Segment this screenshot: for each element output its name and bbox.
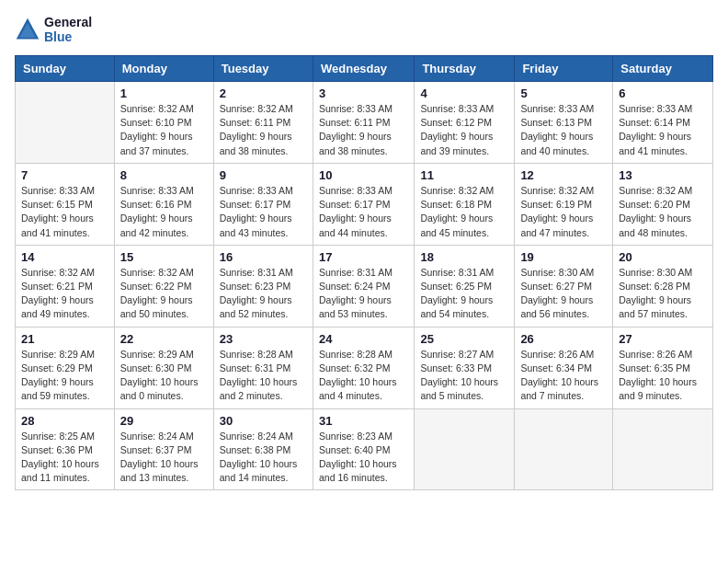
day-number: 15 [120,250,208,264]
day-info: Sunrise: 8:30 AM Sunset: 6:28 PM Dayligh… [619,266,707,322]
column-header-friday: Friday [515,56,613,82]
day-number: 4 [420,86,508,100]
calendar-cell: 10Sunrise: 8:33 AM Sunset: 6:17 PM Dayli… [313,163,414,245]
day-info: Sunrise: 8:25 AM Sunset: 6:36 PM Dayligh… [21,430,108,486]
day-info: Sunrise: 8:32 AM Sunset: 6:10 PM Dayligh… [120,102,208,158]
calendar-cell: 16Sunrise: 8:31 AM Sunset: 6:23 PM Dayli… [213,245,313,327]
column-header-sunday: Sunday [16,56,115,82]
day-info: Sunrise: 8:33 AM Sunset: 6:15 PM Dayligh… [21,184,108,240]
week-row-2: 7Sunrise: 8:33 AM Sunset: 6:15 PM Daylig… [16,163,713,245]
day-number: 18 [420,250,508,264]
day-info: Sunrise: 8:24 AM Sunset: 6:38 PM Dayligh… [220,430,307,486]
logo-text: General Blue [44,15,92,44]
calendar-table: SundayMondayTuesdayWednesdayThursdayFrid… [15,55,713,490]
calendar-cell: 31Sunrise: 8:23 AM Sunset: 6:40 PM Dayli… [313,408,414,490]
calendar-cell: 14Sunrise: 8:32 AM Sunset: 6:21 PM Dayli… [16,245,115,327]
calendar-cell: 20Sunrise: 8:30 AM Sunset: 6:28 PM Dayli… [613,245,713,327]
day-number: 29 [120,414,208,428]
day-info: Sunrise: 8:29 AM Sunset: 6:30 PM Dayligh… [120,348,208,404]
calendar-cell: 15Sunrise: 8:32 AM Sunset: 6:22 PM Dayli… [114,245,213,327]
day-number: 16 [220,250,307,264]
day-info: Sunrise: 8:26 AM Sunset: 6:35 PM Dayligh… [619,348,707,404]
day-number: 17 [319,250,408,264]
day-number: 13 [619,168,707,182]
calendar-cell: 4Sunrise: 8:33 AM Sunset: 6:12 PM Daylig… [415,82,515,164]
day-info: Sunrise: 8:33 AM Sunset: 6:13 PM Dayligh… [520,102,607,158]
page-header: General Blue [15,15,713,44]
calendar-cell: 7Sunrise: 8:33 AM Sunset: 6:15 PM Daylig… [16,163,115,245]
day-info: Sunrise: 8:32 AM Sunset: 6:22 PM Dayligh… [120,266,208,322]
column-header-tuesday: Tuesday [213,56,313,82]
calendar-cell: 23Sunrise: 8:28 AM Sunset: 6:31 PM Dayli… [213,327,313,408]
calendar-cell: 22Sunrise: 8:29 AM Sunset: 6:30 PM Dayli… [114,327,213,408]
day-info: Sunrise: 8:28 AM Sunset: 6:31 PM Dayligh… [220,348,307,404]
calendar-cell: 12Sunrise: 8:32 AM Sunset: 6:19 PM Dayli… [515,163,613,245]
day-info: Sunrise: 8:33 AM Sunset: 6:17 PM Dayligh… [319,184,408,240]
column-header-saturday: Saturday [613,56,713,82]
day-number: 12 [520,168,607,182]
column-header-thursday: Thursday [415,56,515,82]
calendar-cell: 29Sunrise: 8:24 AM Sunset: 6:37 PM Dayli… [114,408,213,490]
day-number: 26 [520,332,607,346]
calendar-cell: 13Sunrise: 8:32 AM Sunset: 6:20 PM Dayli… [613,163,713,245]
calendar-cell: 18Sunrise: 8:31 AM Sunset: 6:25 PM Dayli… [415,245,515,327]
calendar-cell: 5Sunrise: 8:33 AM Sunset: 6:13 PM Daylig… [515,82,613,164]
day-number: 21 [21,332,108,346]
day-info: Sunrise: 8:27 AM Sunset: 6:33 PM Dayligh… [420,348,508,404]
calendar-cell: 8Sunrise: 8:33 AM Sunset: 6:16 PM Daylig… [114,163,213,245]
day-info: Sunrise: 8:30 AM Sunset: 6:27 PM Dayligh… [520,266,607,322]
day-number: 27 [619,332,707,346]
day-number: 7 [21,168,108,182]
day-number: 28 [21,414,108,428]
day-number: 14 [21,250,108,264]
calendar-cell: 6Sunrise: 8:33 AM Sunset: 6:14 PM Daylig… [613,82,713,164]
day-info: Sunrise: 8:33 AM Sunset: 6:17 PM Dayligh… [220,184,307,240]
day-info: Sunrise: 8:24 AM Sunset: 6:37 PM Dayligh… [120,430,208,486]
day-number: 5 [520,86,607,100]
day-number: 25 [420,332,508,346]
calendar-cell: 28Sunrise: 8:25 AM Sunset: 6:36 PM Dayli… [16,408,115,490]
day-info: Sunrise: 8:32 AM Sunset: 6:18 PM Dayligh… [420,184,508,240]
week-row-1: 1Sunrise: 8:32 AM Sunset: 6:10 PM Daylig… [16,82,713,164]
calendar-cell [415,408,515,490]
day-info: Sunrise: 8:32 AM Sunset: 6:19 PM Dayligh… [520,184,607,240]
day-number: 10 [319,168,408,182]
day-info: Sunrise: 8:29 AM Sunset: 6:29 PM Dayligh… [21,348,108,404]
day-number: 8 [120,168,208,182]
calendar-cell: 1Sunrise: 8:32 AM Sunset: 6:10 PM Daylig… [114,82,213,164]
day-info: Sunrise: 8:28 AM Sunset: 6:32 PM Dayligh… [319,348,408,404]
day-info: Sunrise: 8:32 AM Sunset: 6:21 PM Dayligh… [21,266,108,322]
day-info: Sunrise: 8:32 AM Sunset: 6:11 PM Dayligh… [220,102,307,158]
day-number: 22 [120,332,208,346]
logo-icon [15,17,40,42]
day-number: 31 [319,414,408,428]
calendar-cell: 2Sunrise: 8:32 AM Sunset: 6:11 PM Daylig… [213,82,313,164]
calendar-cell: 25Sunrise: 8:27 AM Sunset: 6:33 PM Dayli… [415,327,515,408]
calendar-cell: 11Sunrise: 8:32 AM Sunset: 6:18 PM Dayli… [415,163,515,245]
week-row-4: 21Sunrise: 8:29 AM Sunset: 6:29 PM Dayli… [16,327,713,408]
day-number: 11 [420,168,508,182]
calendar-cell: 27Sunrise: 8:26 AM Sunset: 6:35 PM Dayli… [613,327,713,408]
day-number: 3 [319,86,408,100]
week-row-3: 14Sunrise: 8:32 AM Sunset: 6:21 PM Dayli… [16,245,713,327]
day-info: Sunrise: 8:31 AM Sunset: 6:24 PM Dayligh… [319,266,408,322]
calendar-cell [16,82,115,164]
day-info: Sunrise: 8:31 AM Sunset: 6:23 PM Dayligh… [220,266,307,322]
day-info: Sunrise: 8:31 AM Sunset: 6:25 PM Dayligh… [420,266,508,322]
day-number: 1 [120,86,208,100]
calendar-cell: 3Sunrise: 8:33 AM Sunset: 6:11 PM Daylig… [313,82,414,164]
day-number: 23 [220,332,307,346]
week-row-5: 28Sunrise: 8:25 AM Sunset: 6:36 PM Dayli… [16,408,713,490]
day-info: Sunrise: 8:33 AM Sunset: 6:11 PM Dayligh… [319,102,408,158]
calendar-cell: 17Sunrise: 8:31 AM Sunset: 6:24 PM Dayli… [313,245,414,327]
day-number: 24 [319,332,408,346]
calendar-cell: 30Sunrise: 8:24 AM Sunset: 6:38 PM Dayli… [213,408,313,490]
day-info: Sunrise: 8:26 AM Sunset: 6:34 PM Dayligh… [520,348,607,404]
day-info: Sunrise: 8:33 AM Sunset: 6:14 PM Dayligh… [619,102,707,158]
calendar-cell: 26Sunrise: 8:26 AM Sunset: 6:34 PM Dayli… [515,327,613,408]
logo: General Blue [15,15,92,44]
day-info: Sunrise: 8:23 AM Sunset: 6:40 PM Dayligh… [319,430,408,486]
calendar-header: SundayMondayTuesdayWednesdayThursdayFrid… [16,56,713,82]
day-number: 30 [220,414,307,428]
column-header-wednesday: Wednesday [313,56,414,82]
